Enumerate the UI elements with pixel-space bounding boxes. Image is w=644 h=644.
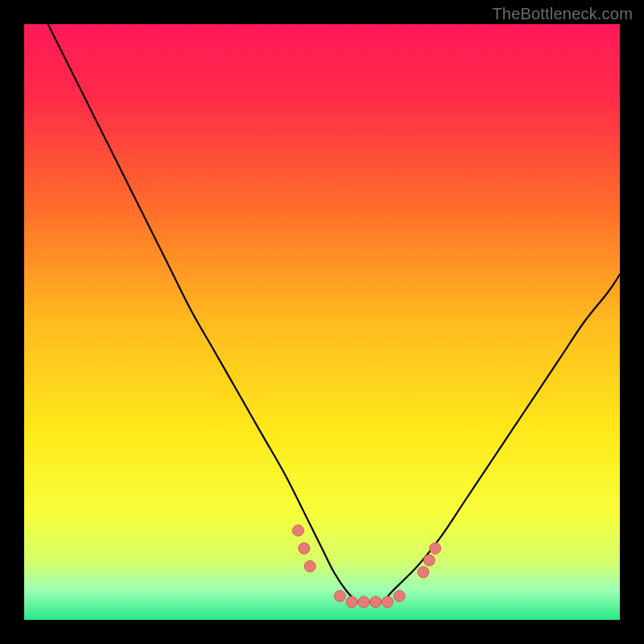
curve-marker xyxy=(304,560,316,572)
marker-group xyxy=(292,525,440,608)
curve-layer xyxy=(24,24,620,620)
curve-marker xyxy=(358,597,369,608)
curve-marker xyxy=(418,567,429,578)
chart-frame: TheBottleneck.com xyxy=(0,0,644,644)
curve-marker xyxy=(299,543,310,554)
curve-marker xyxy=(423,555,435,566)
curve-marker xyxy=(292,525,303,536)
plot-area xyxy=(24,24,620,620)
curve-marker xyxy=(382,597,393,608)
watermark-text: TheBottleneck.com xyxy=(492,5,633,23)
curve-marker xyxy=(370,597,382,608)
bottleneck-curve xyxy=(48,24,620,603)
curve-marker xyxy=(334,590,345,601)
curve-marker xyxy=(346,597,357,608)
curve-marker xyxy=(394,590,405,601)
curve-marker xyxy=(430,543,441,554)
